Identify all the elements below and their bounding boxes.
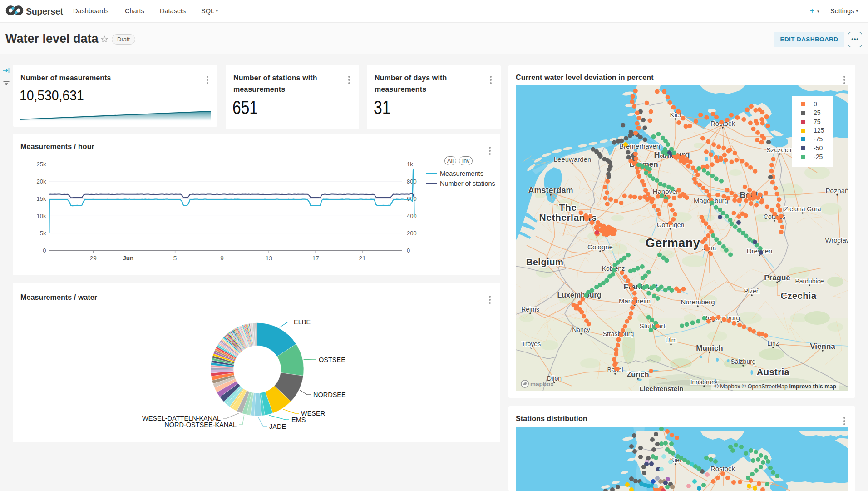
svg-text:0: 0 <box>407 247 410 254</box>
svg-text:Austria: Austria <box>757 367 790 377</box>
svg-text:Hanover: Hanover <box>653 188 679 195</box>
svg-text:Jun: Jun <box>123 255 133 262</box>
svg-text:Amsterdam: Amsterdam <box>528 186 573 195</box>
svg-text:The: The <box>559 202 577 213</box>
svg-text:Vienna: Vienna <box>810 342 835 351</box>
svg-text:mapbox: mapbox <box>530 381 554 387</box>
svg-text:Poznań: Poznań <box>826 187 848 194</box>
svg-text:Munich: Munich <box>696 344 723 352</box>
svg-text:WESEL-DATTELN-KANAL: WESEL-DATTELN-KANAL <box>142 415 221 422</box>
svg-text:17: 17 <box>312 255 319 262</box>
svg-text:1k: 1k <box>407 161 413 168</box>
svg-text:200: 200 <box>407 230 417 237</box>
svg-text:21: 21 <box>359 255 365 262</box>
svg-text:Czechia: Czechia <box>780 291 816 301</box>
svg-text:OSTSEE: OSTSEE <box>319 356 345 363</box>
svg-text:Germany: Germany <box>646 236 700 250</box>
svg-text:400: 400 <box>407 213 417 219</box>
svg-text:9: 9 <box>220 255 224 262</box>
svg-text:NORDSEE: NORDSEE <box>313 391 346 398</box>
svg-text:ELBE: ELBE <box>294 318 311 326</box>
svg-text:Leeuwarden: Leeuwarden <box>554 155 592 163</box>
svg-text:0: 0 <box>43 247 46 254</box>
svg-text:Salzburg: Salzburg <box>730 358 755 365</box>
svg-text:5k: 5k <box>40 230 46 237</box>
svg-text:Szczecin: Szczecin <box>766 146 794 154</box>
svg-text:20k: 20k <box>36 178 46 185</box>
svg-text:Belgium: Belgium <box>526 257 563 267</box>
svg-text:Measurements: Measurements <box>440 170 483 177</box>
svg-text:Nuremberg: Nuremberg <box>681 298 715 306</box>
svg-text:Prague: Prague <box>764 273 790 282</box>
svg-text:25k: 25k <box>36 161 46 168</box>
svg-text:Number of stations: Number of stations <box>440 180 495 187</box>
svg-text:Liechtenstein: Liechtenstein <box>640 385 684 391</box>
svg-text:Reims: Reims <box>521 306 539 313</box>
svg-text:Plzeň: Plzeň <box>744 288 760 295</box>
svg-text:13: 13 <box>266 255 272 262</box>
svg-text:NORD-OSTSEE-KANAL: NORD-OSTSEE-KANAL <box>164 421 237 428</box>
svg-text:10k: 10k <box>36 213 46 219</box>
svg-text:Ulm: Ulm <box>666 337 677 344</box>
svg-text:Rostock: Rostock <box>710 465 735 472</box>
svg-text:EMS: EMS <box>291 416 306 423</box>
svg-text:JADE: JADE <box>269 423 286 430</box>
svg-text:Zielona Góra: Zielona Góra <box>784 205 821 213</box>
svg-text:15k: 15k <box>36 195 46 202</box>
svg-text:5: 5 <box>173 255 177 262</box>
svg-text:Zurich: Zurich <box>627 371 649 378</box>
svg-text:Linz: Linz <box>767 340 779 347</box>
svg-text:Nancy: Nancy <box>572 326 590 333</box>
svg-text:29: 29 <box>90 255 97 262</box>
svg-text:Pardubice: Pardubice <box>795 278 824 285</box>
svg-text:800: 800 <box>407 178 417 185</box>
svg-text:Wrocław: Wrocław <box>825 236 848 244</box>
svg-text:Luxembourg: Luxembourg <box>557 291 602 299</box>
svg-text:Troyes: Troyes <box>522 340 541 347</box>
svg-text:Strasbourg: Strasbourg <box>603 330 634 337</box>
svg-text:Cologne: Cologne <box>587 243 613 251</box>
